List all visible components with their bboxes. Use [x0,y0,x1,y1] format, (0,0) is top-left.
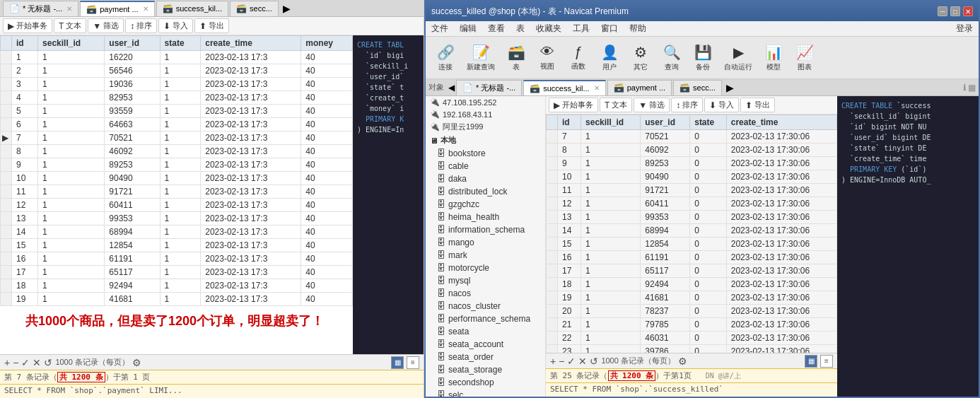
left-tab-payment-close[interactable]: ✕ [143,5,148,13]
right-table-row[interactable]: 1511285402023-02-13 17:30:06 [547,238,837,251]
right-refresh-btn[interactable]: ↺ [590,356,598,367]
left-table-row[interactable]: 814609212023-02-13 17:340 [1,145,353,158]
right-settings-icon[interactable]: ⚙ [678,356,687,367]
left-table-row[interactable]: 1216041112023-02-13 17:340 [1,199,353,212]
db-list-item[interactable]: 🗄daka [426,172,545,185]
settings-icon[interactable]: ⚙ [132,357,141,368]
left-col-state[interactable]: state [160,36,201,51]
tab-scroll-right[interactable]: ▶ [283,3,291,14]
close-btn[interactable]: ✕ [963,6,973,16]
left-table-row[interactable]: 918925312023-02-13 17:340 [1,158,353,172]
left-table-row[interactable]: 311903612023-02-13 17:340 [1,78,353,91]
right-col-id[interactable]: id [558,115,581,130]
right-table-row[interactable]: 1019049002023-02-13 17:30:06 [547,170,837,184]
right-table-row[interactable]: 1914168102023-02-13 17:30:06 [547,291,837,305]
right-tab-success[interactable]: 🗃️ success_kil... ✕ [523,80,605,95]
menu-view[interactable]: 查看 [485,21,508,36]
add-row-btn[interactable]: + [4,357,10,368]
right-view-grid-btn[interactable]: ▦ [805,355,817,368]
left-col-seckill-id[interactable]: seckill_id [38,36,105,51]
remove-row-btn[interactable]: − [13,357,18,368]
left-table-container[interactable]: id seckill_id user_id state create_time … [0,35,353,354]
view-list-btn[interactable]: ≡ [407,356,419,369]
right-table-row[interactable]: 1716511702023-02-13 17:30:06 [547,264,837,278]
text-btn[interactable]: T 文本 [54,18,86,33]
left-tab-close[interactable]: ✕ [66,5,72,13]
left-table-row[interactable]: 1416899412023-02-13 17:340 [1,226,353,239]
toolbar-model[interactable]: 📊 模型 [759,41,788,75]
db-list-item[interactable]: 🗄information_schema [426,223,545,236]
menu-tools[interactable]: 工具 [570,21,593,36]
toolbar-query[interactable]: 🔍 查询 [658,41,686,75]
right-tab-secc[interactable]: 🗃️ secc... [673,80,722,95]
toolbar-backup[interactable]: 💾 备份 [689,41,717,75]
left-table-row[interactable]: 616466312023-02-13 17:340 [1,118,353,131]
left-tab-payment[interactable]: 🗃️ payment ... ✕ [80,1,154,16]
left-table-row[interactable]: 1319935312023-02-13 17:340 [1,212,353,226]
maximize-btn[interactable]: □ [950,6,960,16]
right-table-row[interactable]: 2017823702023-02-13 17:30:06 [547,305,837,318]
cancel-edit-btn[interactable]: ✕ [33,357,41,368]
right-table-row[interactable]: 2313978602023-02-13 17:30:06 [547,345,837,353]
toolbar-other[interactable]: ⚙ 其它 [626,41,655,75]
left-table-row[interactable]: 215654612023-02-13 17:340 [1,64,353,78]
left-table-row[interactable]: 1616119112023-02-13 17:340 [1,252,353,266]
left-table-row[interactable]: 1914168112023-02-13 17:340 [1,293,353,306]
left-table-row[interactable]: 1019049012023-02-13 17:340 [1,172,353,185]
db-list-item[interactable]: 🗄motorcycle [426,262,545,274]
right-tab-success-close[interactable]: ✕ [594,84,600,92]
view-grid-btn[interactable]: ▦ [391,356,404,369]
right-col-state[interactable]: state [690,115,727,130]
right-table-row[interactable]: 717052102023-02-13 17:30:06 [547,130,837,144]
right-add-row-btn[interactable]: + [550,356,556,367]
menu-table[interactable]: 表 [513,21,527,36]
db-list-item[interactable]: 🗄heima_health [426,211,545,223]
right-confirm-btn[interactable]: ✓ [567,356,576,367]
toolbar-table[interactable]: 🗃️ 表 [502,41,530,75]
right-table-row[interactable]: 814609202023-02-13 17:30:06 [547,144,837,157]
right-tab-newtitle[interactable]: 📄 * 无标题 -... [456,80,522,95]
tab-nav-left[interactable]: ◀ [448,83,455,93]
toolbar-user[interactable]: 👤 用户 [595,41,624,75]
db-list-item[interactable]: 🗄cable [426,160,545,172]
conn-item-local[interactable]: 🖥 本地 [426,134,545,147]
right-filter-btn[interactable]: ▼ 筛选 [634,98,670,112]
menu-favorites[interactable]: 收藏夹 [533,21,564,36]
menu-help[interactable]: 帮助 [626,21,649,36]
db-list-item[interactable]: 🗄seata_account [426,338,545,351]
conn-item-ip2[interactable]: 🔌 192.168.43.11 [426,108,545,120]
import-btn[interactable]: ⬇ 导入 [158,18,193,33]
left-col-create-time[interactable]: create_time [201,36,301,51]
db-list-item[interactable]: 🗄nacos_cluster [426,300,545,312]
toolbar-func[interactable]: ƒ 函数 [564,41,593,74]
db-list-item[interactable]: 🗄seata [426,325,545,338]
right-table-container[interactable]: id seckill_id user_id state create_time … [546,115,837,353]
export-btn[interactable]: ⬆ 导出 [194,18,229,33]
left-tab-secc[interactable]: 🗃️ secc... [230,1,279,16]
db-list-item[interactable]: 🗄gzgchzc [426,198,545,211]
conn-item-ip1[interactable]: 🔌 47.108.195.252 [426,96,545,108]
login-btn[interactable]: 登录 [953,21,976,36]
right-sort-btn[interactable]: ↕ 排序 [671,98,703,112]
right-col-seckill-id[interactable]: seckill_id [581,115,641,130]
left-table-row[interactable]: 1511285412023-02-13 17:340 [1,239,353,252]
left-col-id[interactable]: id [12,36,38,51]
right-table-row[interactable]: 1319935302023-02-13 17:30:06 [547,211,837,224]
confirm-btn[interactable]: ✓ [21,357,30,368]
db-list-item[interactable]: 🗄secondshop [426,376,545,389]
conn-item-aliyun[interactable]: 🔌 阿里云1999 [426,120,545,134]
right-remove-row-btn[interactable]: − [559,356,564,367]
left-table-row[interactable]: 111622012023-02-13 17:340 [1,51,353,64]
sort-btn[interactable]: ↕ 排序 [125,18,157,33]
right-export-btn[interactable]: ⬆ 导出 [740,98,775,112]
db-list-item[interactable]: 🗄selc [426,389,545,397]
left-table-row[interactable]: 1119172112023-02-13 17:340 [1,185,353,199]
right-table-row[interactable]: 1119172102023-02-13 17:30:06 [547,184,837,197]
left-table-row[interactable]: 1819249412023-02-13 17:340 [1,279,353,293]
right-table-row[interactable]: 2117978502023-02-13 17:30:06 [547,318,837,332]
left-table-row[interactable]: 1716511712023-02-13 17:340 [1,266,353,279]
right-tab-payment[interactable]: 🗃️ payment ... [607,80,672,95]
db-list-item[interactable]: 🗄mango [426,236,545,249]
right-table-row[interactable]: 918925302023-02-13 17:30:06 [547,157,837,170]
db-list-item[interactable]: 🗄distributed_lock [426,185,545,198]
